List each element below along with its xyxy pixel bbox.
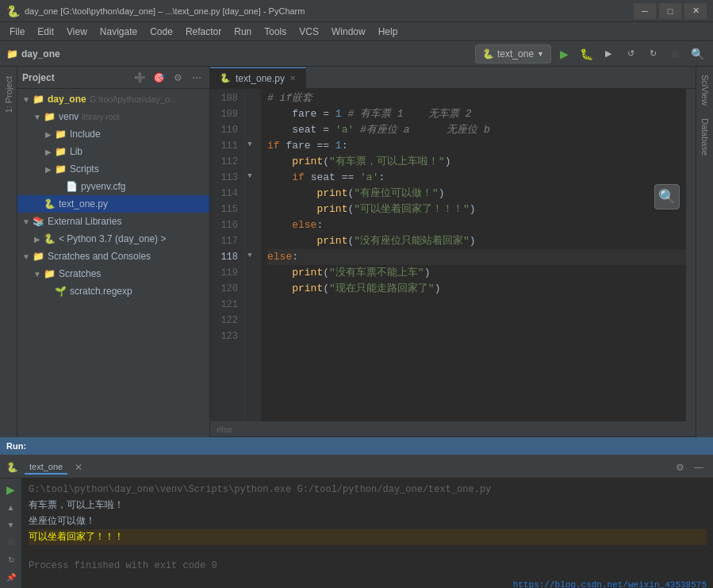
console-out-line1: 有车票，可以上车啦！ [29,498,707,513]
gutter-111: ▼ [245,136,255,152]
tree-item-text-one[interactable]: ▶ 🐍 text_one.py [17,195,209,213]
tab-close-text-one[interactable]: ✕ [289,74,296,83]
run-again-button[interactable]: ▶ [2,482,20,498]
title-text: day_one [G:\tool\python\day_one] – ...\t… [25,6,634,16]
tree-arrow-python37: ▶ [32,235,43,244]
editor-scrollbar[interactable] [686,89,696,421]
line-num-119: 119 [210,265,238,281]
gutter-113: ▼ [245,168,255,184]
tree-item-include[interactable]: ▶ 📁 Include [17,125,209,143]
find-button[interactable]: 🔍 [654,184,680,209]
tree-arrow-lib: ▶ [43,148,54,156]
search-everywhere-button[interactable]: 🔍 [688,44,707,63]
menu-item-vcs[interactable]: VCS [293,23,325,40]
project-name: day_one [21,48,60,60]
editor-tab-text-one[interactable]: 🐍 text_one.py ✕ [210,67,306,88]
folder-icon-scripts: 📁 [54,163,67,175]
menu-item-view[interactable]: View [60,23,94,40]
code-line-119: print("没有车票不能上车") [267,265,686,281]
tree-item-pyvenv[interactable]: ▶ 📄 pyvenv.cfg [17,178,209,195]
minimize-button[interactable]: ─ [634,3,656,19]
tree-item-scripts[interactable]: ▶ 📁 Scripts [17,160,209,178]
expand-button[interactable]: ⋯ [189,70,205,86]
profile-button[interactable]: ↺ [621,44,640,63]
folder-icon-lib: 📁 [54,145,67,158]
build-button[interactable]: ↻ [643,44,662,63]
code-content[interactable]: # if嵌套 fare = 1 # 有车票 1 无车票 2 seat = 'a'… [261,89,686,421]
py-icon-text-one: 🐍 [43,198,56,210]
editor-tabs: 🐍 text_one.py ✕ [210,67,696,89]
tree-label-scripts: Scripts [70,163,99,175]
code-line-120: print("现在只能走路回家了") [267,281,686,297]
sciview-tab[interactable]: SciView [699,68,711,112]
menu-item-help[interactable]: Help [372,23,404,40]
maximize-button[interactable]: □ [659,3,681,19]
bottom-settings-button[interactable]: ⚙ [672,459,688,475]
statusbar: Run: [0,437,713,455]
breadcrumb-text: else [217,425,232,434]
scroll-down-button[interactable]: ▼ [2,517,20,532]
tree-item-python37[interactable]: ▶ 🐍 < Python 3.7 (day_one) > [17,230,209,248]
tree-arrow-include: ▶ [43,130,54,139]
scratch-icon: 🌱 [54,285,67,298]
run-tab-close[interactable]: ✕ [71,459,86,475]
stop-run-button[interactable]: ⏹ [2,534,20,550]
project-header-label: Project [22,72,128,83]
rerun-button[interactable]: ↻ [2,551,20,567]
run-config-selector[interactable]: 🐍 text_one ▼ [475,44,551,63]
menu-item-window[interactable]: Window [325,23,372,40]
gutter-112 [245,152,255,168]
menu-item-tools[interactable]: Tools [258,23,293,40]
tree-arrow-scratches: ▼ [32,270,43,279]
run-config-icon: 🐍 [482,48,494,60]
database-tab[interactable]: Database [699,112,711,162]
add-button[interactable]: ➕ [132,70,148,86]
tree-path-day-one: G:\tool\python\day_o... [90,94,178,104]
debug-button[interactable]: 🐛 [577,44,596,63]
code-line-123 [267,329,686,344]
run-button[interactable]: ▶ [554,44,573,63]
gutter-119 [245,263,255,279]
close-button[interactable]: ✕ [684,3,707,19]
tree-item-scratch-regexp[interactable]: ▶ 🌱 scratch.regexp [17,282,209,300]
code-line-112: print("有车票，可以上车啦！") [267,154,686,170]
locate-button[interactable]: 🎯 [151,70,167,86]
tree-label-day-one: day_one [48,94,86,105]
blog-link[interactable]: https://blog.csdn.net/weixin_43538575 [513,577,707,588]
coverage-button[interactable]: ▶ [599,44,618,63]
menu-item-code[interactable]: Code [144,23,179,40]
scroll-up-button[interactable]: ▲ [2,499,20,515]
tree-item-lib[interactable]: ▶ 📁 Lib [17,143,209,160]
menu-item-edit[interactable]: Edit [31,23,60,40]
tree-item-scratches[interactable]: ▼ 📁 Scratches [17,265,209,282]
pin-button[interactable]: 📌 [2,569,20,585]
gutter-117 [245,232,255,248]
gutter-123 [245,327,255,343]
tree-arrow-day-one: ▼ [21,95,32,104]
gutter-108 [245,89,255,105]
gutter-118: ▼ [245,248,255,263]
tree-venv-sublabel: library root [82,113,119,121]
menu-item-refactor[interactable]: Refactor [179,23,228,40]
tree-item-venv[interactable]: ▼ 📁 venv library root [17,108,209,125]
menu-item-run[interactable]: Run [228,23,258,40]
bottom-minimize-button[interactable]: — [691,459,707,475]
tree-item-scratches-consoles[interactable]: ▼ 📁 Scratches and Consoles [17,248,209,265]
menu-item-navigate[interactable]: Navigate [94,23,144,40]
console-cmd-line: G:\tool\python\day_one\venv\Scripts\pyth… [29,482,707,498]
project-tab[interactable]: 1: Project [2,70,15,119]
menubar: FileEditViewNavigateCodeRefactorRunTools… [0,22,713,41]
run-tab-label[interactable]: text_one [25,460,67,475]
tree-item-day-one[interactable]: ▼ 📁 day_one G:\tool\python\day_o... [17,90,209,108]
code-editor[interactable]: 108 109 110 111 112 113 114 115 116 117 … [210,89,696,421]
menu-item-file[interactable]: File [3,23,31,40]
tree-label-scratches-consoles: Scratches and Consoles [48,251,151,262]
gutter-115 [245,200,255,216]
line-num-112: 112 [210,154,238,170]
console-output: G:\tool\python\day_one\venv\Scripts\pyth… [22,478,713,588]
tree-item-ext-libs[interactable]: ▼ 📚 External Libraries [17,213,209,230]
status-run-label: Run: [6,441,26,451]
settings-button[interactable]: ⚙ [170,70,186,86]
stop-button[interactable]: ⏹ [665,44,684,63]
window-controls: ─ □ ✕ [634,3,707,19]
